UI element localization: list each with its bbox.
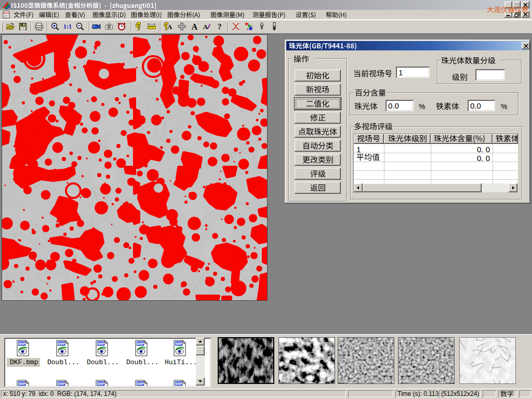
svg-text:1: 1 [248, 23, 249, 26]
svg-text:DOC: DOC [4, 11, 10, 15]
svg-text:2: 2 [251, 25, 252, 28]
svg-text:3: 3 [247, 28, 248, 31]
svg-text:1:1: 1:1 [63, 23, 72, 30]
svg-text:?: ? [218, 22, 222, 31]
svg-text:A: A [192, 22, 198, 31]
svg-text:A: A [167, 23, 172, 31]
svg-text:A: A [203, 23, 208, 31]
